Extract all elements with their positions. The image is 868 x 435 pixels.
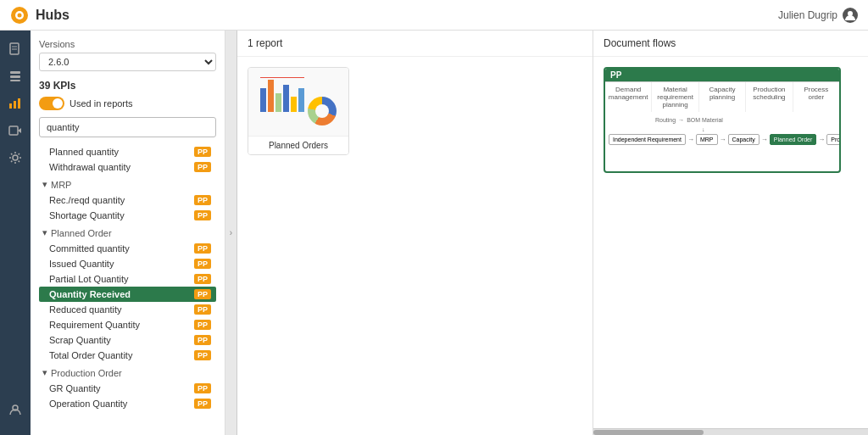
sidebar-content: Versions 2.6.0 2.5.0 2.4.0 39 KPIs Used … xyxy=(31,31,225,435)
docflow-body: PP Demandmanagement Material requirement… xyxy=(593,57,868,428)
routing-row: Routing → BOM Material xyxy=(655,117,836,123)
docflow-scrollbar[interactable] xyxy=(593,428,868,435)
flow-box-production-order: Production Order xyxy=(826,134,841,145)
toggle-label: Used in reports xyxy=(70,98,133,109)
kpi-section-mrp: ▾ MRP Rec./reqd quantity PP Shortage Qua… xyxy=(39,176,216,223)
kpi-item-planned-quantity[interactable]: Planned quantity PP xyxy=(39,144,216,159)
pp-col-capacity: Capacity planning xyxy=(699,82,746,112)
arrow2: → xyxy=(720,136,726,143)
flow-box-capacity: Capacity xyxy=(728,134,760,145)
kpi-item-requirement-quantity[interactable]: Requirement Quantity PP xyxy=(39,317,216,332)
arrow1: → xyxy=(687,136,694,143)
main-layout: Versions 2.6.0 2.5.0 2.4.0 39 KPIs Used … xyxy=(0,31,868,435)
pp-col-mrp: Material requirementplanning xyxy=(652,82,698,112)
report-panel: 1 report xyxy=(237,31,593,435)
main-flow-row: Independent Requirement → MRP → Capacity… xyxy=(609,134,836,145)
versions-label: Versions xyxy=(39,39,216,49)
pp-columns: Demandmanagement Material requirementpla… xyxy=(605,81,839,112)
content-area: 1 report xyxy=(237,31,868,435)
pp-col-process: Process order xyxy=(793,82,839,112)
left-nav xyxy=(0,31,31,435)
svg-point-15 xyxy=(13,155,18,160)
nav-user-icon[interactable] xyxy=(3,398,27,421)
user-name: Julien Dugrip xyxy=(778,9,837,21)
user-avatar-icon[interactable] xyxy=(843,8,858,23)
kpi-group-planned-order[interactable]: ▾ Planned Order xyxy=(39,225,216,241)
report-panel-body: Planned Orders xyxy=(237,57,593,435)
kpi-item-withdrawal-quantity[interactable]: Withdrawal quantity PP xyxy=(39,159,216,175)
planned-orders-report-card[interactable]: Planned Orders xyxy=(248,67,349,155)
kpi-item-operation-quantity[interactable]: Operation Quantity PP xyxy=(39,396,216,411)
kpi-item-committed-quantity[interactable]: Committed quantity PP xyxy=(39,241,216,256)
report-card-label: Planned Orders xyxy=(248,136,348,154)
arrow4: → xyxy=(818,136,825,143)
app-logo-icon xyxy=(10,6,29,25)
pp-diagram: PP Demandmanagement Material requirement… xyxy=(604,67,841,173)
kpi-item-shortage-quantity[interactable]: Shortage Quantity PP xyxy=(39,208,216,223)
kpi-section-planned-order: ▾ Planned Order Committed quantity PP Is… xyxy=(39,225,216,363)
svg-rect-13 xyxy=(9,126,18,135)
svg-rect-9 xyxy=(10,80,20,81)
kpi-item-total-order-quantity[interactable]: Total Order Quantity PP xyxy=(39,348,216,363)
report-panel-header: 1 report xyxy=(237,31,593,57)
sidebar-wrapper: Versions 2.6.0 2.5.0 2.4.0 39 KPIs Used … xyxy=(31,31,237,435)
svg-point-2 xyxy=(18,13,22,17)
topbar: Hubs Julien Dugrip xyxy=(0,0,868,31)
docflow-scrollbar-thumb xyxy=(593,430,704,435)
nav-book-icon[interactable] xyxy=(3,37,27,61)
topbar-right: Julien Dugrip xyxy=(778,8,858,23)
flow-box-mrp: MRP xyxy=(696,134,718,145)
pp-col-production: Productionscheduling xyxy=(746,82,793,112)
kpi-item-issued-quantity[interactable]: Issued Quantity PP xyxy=(39,256,216,271)
nav-settings-icon[interactable] xyxy=(3,146,27,170)
pp-col-demand: Demandmanagement xyxy=(605,82,652,112)
kpi-group-production-order[interactable]: ▾ Production Order xyxy=(39,365,216,381)
used-in-reports-toggle-row: Used in reports xyxy=(39,97,216,110)
kpi-count: 39 KPIs xyxy=(39,80,216,92)
svg-rect-11 xyxy=(14,101,16,109)
sidebar: Versions 2.6.0 2.5.0 2.4.0 39 KPIs Used … xyxy=(31,31,225,435)
flow-box-independent: Independent Requirement xyxy=(609,134,686,145)
kpi-item-gr-quantity[interactable]: GR Quantity PP xyxy=(39,381,216,396)
kpi-item-quantity-received[interactable]: Quantity Received PP xyxy=(39,287,216,302)
svg-rect-8 xyxy=(10,75,20,78)
kpi-item-partial-lot-quantity[interactable]: Partial Lot Quantity PP xyxy=(39,271,216,287)
used-in-reports-toggle[interactable] xyxy=(39,97,64,110)
version-select[interactable]: 2.6.0 2.5.0 2.4.0 xyxy=(39,53,216,71)
kpi-search-input[interactable] xyxy=(39,117,216,137)
kpi-group-mrp[interactable]: ▾ MRP xyxy=(39,176,216,192)
nav-chart-icon[interactable] xyxy=(3,92,27,115)
down-arrow: ↓ xyxy=(702,126,836,132)
kpi-item-scrap-quantity[interactable]: Scrap Quantity PP xyxy=(39,332,216,348)
nav-list-icon[interactable] xyxy=(3,64,27,88)
svg-rect-10 xyxy=(9,103,12,109)
nav-video-icon[interactable] xyxy=(3,119,27,142)
report-card-thumbnail xyxy=(248,68,348,136)
app-title: Hubs xyxy=(36,8,70,23)
pp-module-header: PP xyxy=(605,69,839,81)
pp-flow-area: Routing → BOM Material ↓ Independent Req… xyxy=(605,112,839,171)
content-panels: 1 report xyxy=(237,31,868,435)
docflow-panel: Document flows PP Demandmanagement Mater… xyxy=(593,31,868,435)
kpi-section-top: Planned quantity PP Withdrawal quantity … xyxy=(39,144,216,175)
topbar-left: Hubs xyxy=(10,6,70,25)
kpi-item-reduced-quantity[interactable]: Reduced quantity PP xyxy=(39,302,216,317)
svg-rect-12 xyxy=(18,98,20,109)
docflow-panel-header: Document flows xyxy=(593,31,868,57)
sidebar-collapse-handle[interactable]: › xyxy=(225,31,237,435)
kpi-section-production-order: ▾ Production Order GR Quantity PP Operat… xyxy=(39,365,216,411)
flow-box-planned-order: Planned Order xyxy=(770,134,817,145)
arrow3: → xyxy=(761,136,768,143)
svg-rect-7 xyxy=(10,71,20,74)
kpi-item-rec-reqd-quantity[interactable]: Rec./reqd quantity PP xyxy=(39,192,216,208)
